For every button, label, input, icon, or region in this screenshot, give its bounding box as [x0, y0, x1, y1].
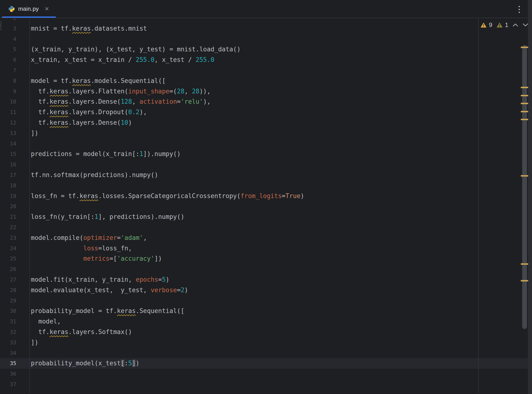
line-number[interactable]: 14: [0, 139, 29, 149]
code-token: .datasets.mnist: [91, 25, 147, 32]
line-number[interactable]: 23: [0, 233, 29, 243]
line-number[interactable]: 11: [0, 107, 29, 118]
code-line[interactable]: loss=loss_fn,: [29, 243, 528, 254]
weak-warnings-indicator[interactable]: 1: [496, 22, 508, 28]
code-line[interactable]: model,: [29, 316, 528, 327]
line-number[interactable]: 2: [0, 19, 29, 23]
code-line[interactable]: [29, 264, 528, 275]
code-line-row: 6x_train, x_test = x_train / 255.0, x_te…: [0, 55, 528, 65]
code-line[interactable]: [29, 34, 528, 44]
code-line-row: 16: [0, 159, 528, 170]
line-number[interactable]: 7: [0, 65, 29, 76]
code-token: loss: [83, 245, 98, 252]
line-number[interactable]: 19: [0, 191, 29, 201]
scrollbar-warning-mark[interactable]: [521, 87, 528, 88]
line-number[interactable]: 15: [0, 149, 29, 159]
line-number[interactable]: 37: [0, 379, 29, 390]
code-editor[interactable]: 23mnist = tf.keras.datasets.mnist45(x_tr…: [0, 19, 528, 394]
code-line[interactable]: model = tf.keras.models.Sequential([: [29, 76, 528, 86]
code-token: ,: [143, 234, 147, 241]
code-line[interactable]: ]): [29, 128, 528, 139]
close-icon[interactable]: ✕: [44, 6, 49, 12]
code-line[interactable]: tf.keras.layers.Softmax(): [29, 327, 528, 337]
line-number[interactable]: 10: [0, 97, 29, 107]
line-number[interactable]: 28: [0, 285, 29, 296]
chevron-up-icon[interactable]: [512, 23, 518, 27]
line-number[interactable]: 36: [0, 369, 29, 379]
code-line[interactable]: [29, 65, 528, 76]
code-line[interactable]: model.evaluate(x_test, y_test, verbose=2…: [29, 285, 528, 296]
code-line[interactable]: probability_model = tf.keras.Sequential(…: [29, 306, 528, 316]
scrollbar-warning-mark[interactable]: [521, 119, 528, 120]
line-number[interactable]: 21: [0, 212, 29, 222]
line-number[interactable]: 31: [0, 316, 29, 327]
code-line[interactable]: loss_fn(y_train[:1], predictions).numpy(…: [29, 212, 528, 222]
line-number[interactable]: 6: [0, 55, 29, 65]
code-line[interactable]: metrics=['accuracy']): [29, 254, 528, 264]
scrollbar-warning-mark[interactable]: [521, 175, 528, 177]
code-line[interactable]: predictions = model(x_train[:1]).numpy(): [29, 149, 528, 159]
code-line[interactable]: [29, 180, 528, 191]
code-line[interactable]: mnist = tf.keras.datasets.mnist: [29, 23, 528, 34]
line-number[interactable]: 25: [0, 254, 29, 264]
tab-main-py[interactable]: main.py ✕: [2, 0, 56, 18]
warnings-indicator[interactable]: 9: [480, 22, 492, 28]
code-line[interactable]: ]): [29, 337, 528, 348]
code-token: [31, 255, 83, 262]
code-line[interactable]: [29, 348, 528, 358]
line-number[interactable]: 24: [0, 243, 29, 254]
line-number[interactable]: 17: [0, 170, 29, 180]
line-number[interactable]: 12: [0, 118, 29, 128]
line-number[interactable]: 33: [0, 337, 29, 348]
code-line[interactable]: tf.keras.layers.Dense(128, activation='r…: [29, 97, 528, 107]
code-line[interactable]: [29, 369, 528, 379]
code-line[interactable]: [29, 139, 528, 149]
line-number[interactable]: 5: [0, 44, 29, 55]
code-line[interactable]: tf.nn.softmax(predictions).numpy(): [29, 170, 528, 180]
code-line[interactable]: tf.keras.layers.Dropout(0.2),: [29, 107, 528, 118]
line-number[interactable]: 9: [0, 86, 29, 97]
scrollbar-warning-mark[interactable]: [521, 103, 528, 104]
line-number[interactable]: 8: [0, 76, 29, 86]
code-token: 'adam': [121, 234, 143, 241]
line-number[interactable]: 27: [0, 275, 29, 285]
line-number[interactable]: 34: [0, 348, 29, 358]
code-line[interactable]: loss_fn = tf.keras.losses.SparseCategori…: [29, 191, 528, 201]
code-line[interactable]: probability_model(x_test[:5]): [29, 358, 528, 369]
scrollbar-warning-mark[interactable]: [521, 95, 528, 96]
weak-warning-triangle-icon: [496, 22, 503, 28]
code-line[interactable]: x_train, x_test = x_train / 255.0, x_tes…: [29, 55, 528, 65]
code-token: =: [282, 192, 286, 200]
line-number[interactable]: 16: [0, 159, 29, 170]
chevron-down-icon[interactable]: [522, 23, 528, 27]
code-line[interactable]: [29, 296, 528, 306]
code-line[interactable]: tf.keras.layers.Dense(10): [29, 118, 528, 128]
line-number[interactable]: 26: [0, 264, 29, 275]
line-number[interactable]: 35: [0, 358, 29, 369]
code-line[interactable]: model.fit(x_train, y_train, epochs=5): [29, 275, 528, 285]
code-token: .layers.Dense(: [68, 98, 121, 105]
kebab-menu-icon[interactable]: [517, 5, 521, 14]
code-token: keras: [50, 328, 68, 335]
code-line[interactable]: model.compile(optimizer='adam',: [29, 233, 528, 243]
scrollbar-warning-mark[interactable]: [521, 111, 528, 112]
code-line[interactable]: [29, 222, 528, 233]
scrollbar-warning-mark[interactable]: [521, 47, 528, 48]
code-line[interactable]: [29, 379, 528, 390]
line-number[interactable]: 4: [0, 34, 29, 44]
line-number[interactable]: 3: [0, 23, 29, 34]
code-line[interactable]: [29, 19, 528, 23]
line-number[interactable]: 32: [0, 327, 29, 337]
code-line[interactable]: tf.keras.layers.Flatten(input_shape=(28,…: [29, 86, 528, 97]
code-line[interactable]: [29, 201, 528, 212]
code-line[interactable]: (x_train, y_train), (x_test, y_test) = m…: [29, 44, 528, 55]
line-number[interactable]: 13: [0, 128, 29, 139]
line-number[interactable]: 30: [0, 306, 29, 316]
scrollbar-warning-mark[interactable]: [521, 280, 528, 281]
line-number[interactable]: 18: [0, 180, 29, 191]
scrollbar-warning-mark[interactable]: [521, 263, 528, 265]
line-number[interactable]: 22: [0, 222, 29, 233]
line-number[interactable]: 20: [0, 201, 29, 212]
line-number[interactable]: 29: [0, 296, 29, 306]
code-line[interactable]: [29, 159, 528, 170]
